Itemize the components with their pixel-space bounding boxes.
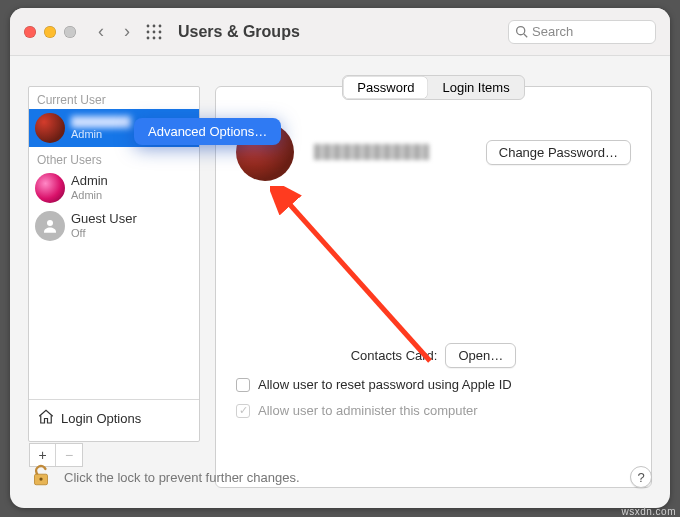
change-password-button[interactable]: Change Password… — [486, 140, 631, 165]
svg-point-1 — [153, 24, 156, 27]
svg-point-0 — [147, 24, 150, 27]
tab-password[interactable]: Password — [343, 76, 428, 99]
contacts-card-label: Contacts Card: — [351, 348, 438, 363]
svg-point-4 — [153, 30, 156, 33]
search-field[interactable]: Search — [508, 20, 656, 44]
administer-computer-checkbox: Allow user to administer this computer — [236, 403, 478, 418]
back-button[interactable]: ‹ — [98, 21, 104, 42]
open-contacts-button[interactable]: Open… — [445, 343, 516, 368]
lock-bar: Click the lock to prevent further change… — [28, 462, 652, 492]
avatar — [35, 173, 65, 203]
lock-icon[interactable] — [28, 462, 54, 492]
content-area: Current User Admin Other Users Admin Adm… — [10, 56, 670, 448]
zoom-window-button[interactable] — [64, 26, 76, 38]
forward-button[interactable]: › — [124, 21, 130, 42]
window-title: Users & Groups — [178, 23, 300, 41]
minimize-window-button[interactable] — [44, 26, 56, 38]
house-icon — [37, 408, 55, 429]
checkbox-icon — [236, 378, 250, 392]
svg-point-5 — [159, 30, 162, 33]
svg-point-3 — [147, 30, 150, 33]
sidebar-user-admin[interactable]: Admin Admin — [29, 169, 199, 207]
preferences-window: ‹ › Users & Groups Search Current User A… — [10, 8, 670, 508]
svg-point-9 — [517, 27, 525, 35]
svg-point-14 — [39, 477, 42, 480]
svg-line-10 — [524, 34, 527, 37]
user-full-name — [314, 144, 429, 160]
watermark: wsxdn.com — [621, 506, 676, 517]
detail-panel: Password Login Items Change Password… Co… — [215, 86, 652, 488]
detail-tabs: Password Login Items — [342, 75, 524, 100]
close-window-button[interactable] — [24, 26, 36, 38]
section-current-user: Current User — [29, 87, 199, 109]
contacts-card-row: Contacts Card: Open… — [216, 343, 651, 368]
show-all-icon[interactable] — [146, 24, 162, 40]
tab-login-items[interactable]: Login Items — [428, 76, 523, 99]
section-other-users: Other Users — [29, 147, 199, 169]
checkbox-icon — [236, 404, 250, 418]
menu-item-advanced-options[interactable]: Advanced Options… — [148, 124, 267, 139]
titlebar: ‹ › Users & Groups Search — [10, 8, 670, 56]
user-role: Admin — [71, 128, 131, 141]
help-button[interactable]: ? — [630, 466, 652, 488]
search-icon — [515, 25, 528, 38]
login-options-row[interactable]: Login Options — [29, 399, 199, 437]
nav-arrows: ‹ › — [98, 21, 130, 42]
lock-text: Click the lock to prevent further change… — [64, 470, 300, 485]
sidebar-user-guest[interactable]: Guest User Off — [29, 207, 199, 245]
svg-point-2 — [159, 24, 162, 27]
svg-point-8 — [159, 36, 162, 39]
reset-password-appleid-checkbox[interactable]: Allow user to reset password using Apple… — [236, 377, 512, 392]
svg-point-6 — [147, 36, 150, 39]
context-menu: Advanced Options… — [134, 118, 281, 145]
svg-point-7 — [153, 36, 156, 39]
search-placeholder: Search — [532, 24, 573, 39]
avatar — [35, 211, 65, 241]
window-controls — [24, 26, 76, 38]
avatar — [35, 113, 65, 143]
svg-point-11 — [47, 220, 53, 226]
